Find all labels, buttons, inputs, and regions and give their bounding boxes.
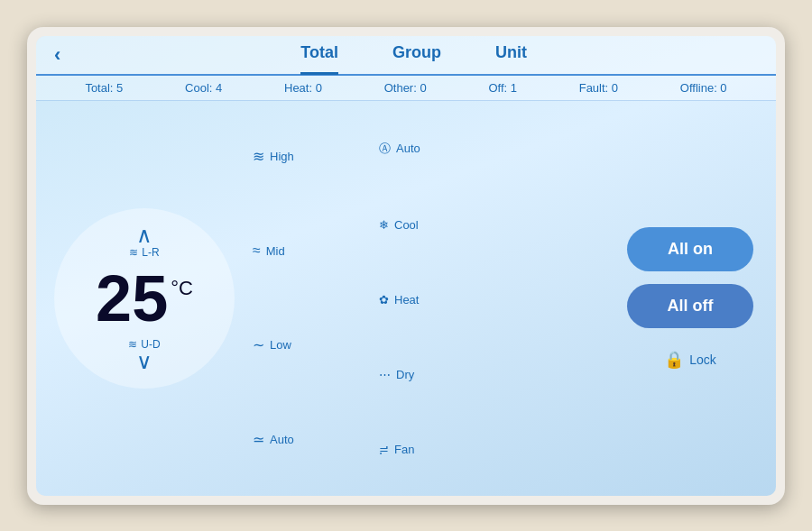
stat-heat: Heat: 0: [284, 81, 322, 95]
lock-button[interactable]: 🔒 Lock: [664, 350, 716, 370]
swing-lr-button[interactable]: ≋ L-R: [129, 246, 159, 259]
swing-lr-label: L-R: [142, 246, 159, 259]
lock-label: Lock: [689, 352, 716, 367]
stat-cool: Cool: 4: [185, 81, 222, 95]
fan-low-label: Low: [270, 338, 291, 352]
nav-tabs: Total Group Unit: [69, 43, 758, 66]
tab-unit[interactable]: Unit: [495, 43, 527, 66]
screen: ‹ Total Group Unit Total: 5 Cool: 4 Heat…: [36, 36, 776, 496]
stat-other: Other: 0: [384, 81, 427, 95]
mode-fan-icon: ≓: [379, 443, 389, 456]
fan-high-icon: ≋: [253, 148, 264, 165]
swing-lr-icon: ≋: [129, 246, 138, 259]
mode-cool-label: Cool: [394, 218, 419, 232]
header: ‹ Total Group Unit: [36, 36, 776, 76]
mode-heat-label: Heat: [394, 293, 419, 307]
mode-auto-label: Auto: [396, 142, 420, 155]
lock-icon: 🔒: [664, 350, 684, 370]
main-content: ∧ ≋ L-R 25 °C ≋ U-D ∨ ≋ Hig: [36, 101, 776, 496]
stat-total: Total: 5: [85, 81, 123, 95]
fan-high[interactable]: ≋ High: [253, 148, 294, 165]
temperature-section: ∧ ≋ L-R 25 °C ≋ U-D ∨: [45, 105, 244, 491]
fan-high-label: High: [270, 150, 294, 163]
mode-fan[interactable]: ≓ Fan: [379, 443, 414, 456]
device-frame: ‹ Total Group Unit Total: 5 Cool: 4 Heat…: [27, 27, 785, 505]
back-button[interactable]: ‹: [54, 43, 60, 67]
mode-fan-label: Fan: [394, 443, 414, 456]
fan-section: ≋ High ≈ Mid ∼ Low ≃ Auto: [244, 105, 370, 491]
fan-auto-icon: ≃: [253, 431, 264, 448]
mode-dry[interactable]: ⋯ Dry: [379, 368, 414, 381]
temp-up-button[interactable]: ∧: [136, 224, 152, 246]
fan-mid-label: Mid: [266, 244, 285, 258]
all-off-button[interactable]: All off: [627, 284, 753, 328]
fan-low[interactable]: ∼ Low: [253, 336, 291, 353]
mode-auto-icon: Ⓐ: [379, 141, 391, 157]
stat-fault: Fault: 0: [579, 81, 618, 95]
mode-dry-icon: ⋯: [379, 368, 391, 381]
temp-down-button[interactable]: ∨: [136, 351, 152, 372]
stat-offline: Offline: 0: [680, 81, 727, 95]
mode-section: Ⓐ Auto ❄ Cool ✿ Heat ⋯ Dry ≓ Fan: [370, 105, 614, 491]
all-on-button[interactable]: All on: [627, 227, 753, 271]
action-section: All on All off 🔒 Lock: [614, 105, 767, 491]
fan-mid[interactable]: ≈ Mid: [253, 243, 285, 259]
tab-group[interactable]: Group: [392, 43, 441, 66]
temperature-unit: °C: [171, 277, 193, 300]
stat-off: Off: 1: [488, 81, 517, 95]
mode-heat-icon: ✿: [379, 293, 389, 307]
fan-mid-icon: ≈: [253, 243, 261, 259]
fan-auto-label: Auto: [270, 433, 294, 446]
fan-auto[interactable]: ≃ Auto: [253, 431, 294, 448]
stats-bar: Total: 5 Cool: 4 Heat: 0 Other: 0 Off: 1…: [36, 76, 776, 101]
mode-auto[interactable]: Ⓐ Auto: [379, 141, 420, 157]
tab-total[interactable]: Total: [300, 43, 338, 66]
fan-low-icon: ∼: [253, 336, 264, 353]
temperature-display: 25 °C: [96, 266, 193, 331]
mode-cool[interactable]: ❄ Cool: [379, 218, 419, 232]
mode-cool-icon: ❄: [379, 218, 389, 232]
mode-dry-label: Dry: [396, 368, 414, 381]
temperature-value: 25: [96, 266, 168, 331]
mode-heat[interactable]: ✿ Heat: [379, 293, 419, 307]
